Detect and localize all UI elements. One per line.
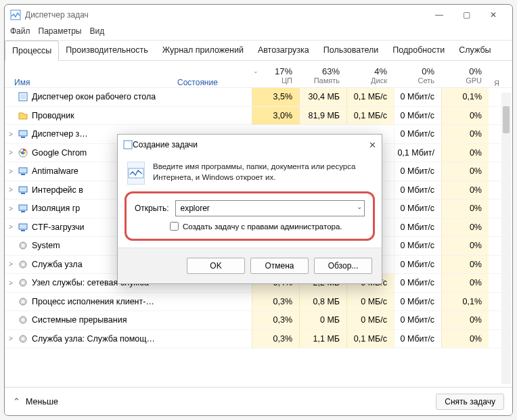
- svg-point-16: [22, 244, 24, 247]
- svg-point-24: [22, 319, 24, 321]
- dialog-titlebar: Создание задачи ✕: [118, 135, 382, 155]
- process-name: Проводник: [17, 111, 177, 120]
- dialog-close-button[interactable]: ✕: [369, 140, 376, 150]
- mem-cell: 30,4 МБ: [299, 88, 346, 106]
- tab-apphistory[interactable]: Журнал приложений: [156, 41, 251, 60]
- menubar: Файл Параметры Вид: [5, 25, 512, 40]
- process-name: Служба узла: Служба помощ…: [17, 334, 177, 344]
- gpu-cell: 0%: [441, 311, 489, 329]
- process-icon: [17, 92, 29, 101]
- expand-icon[interactable]: >: [5, 149, 17, 156]
- process-icon: [17, 334, 29, 344]
- col-memory[interactable]: 63%Память: [299, 65, 346, 87]
- gpu-cell: 0%: [441, 330, 489, 348]
- disk-cell: 0 МБ/с: [346, 293, 394, 311]
- chevron-down-icon[interactable]: ⌄: [357, 203, 362, 210]
- open-input[interactable]: [175, 200, 365, 216]
- net-cell: 0 Мбит/с: [394, 218, 441, 237]
- svg-rect-11: [19, 205, 27, 210]
- columns-header: Имя Состояние ⌄17%ЦП 63%Память 4%Диск 0%…: [5, 61, 512, 88]
- table-row[interactable]: >Служба узла: Служба помощ…0,3%1,1 МБ0,1…: [5, 330, 512, 349]
- tab-services[interactable]: Службы: [452, 41, 498, 60]
- menu-view[interactable]: Вид: [89, 26, 104, 36]
- expand-icon[interactable]: >: [5, 168, 17, 175]
- net-cell: 0,1 Мбит/с: [394, 144, 441, 162]
- expand-icon[interactable]: >: [5, 260, 17, 268]
- net-cell: 0 Мбит/с: [394, 125, 441, 143]
- disk-cell: 0 МБ/с: [346, 311, 394, 329]
- task-manager-window: Диспетчер задач ― ▢ ✕ Файл Параметры Вид…: [4, 4, 513, 416]
- gpu-cell: 0,1%: [441, 88, 489, 106]
- ok-button[interactable]: OK: [187, 258, 245, 274]
- svg-rect-8: [21, 174, 25, 175]
- expand-icon[interactable]: >: [5, 223, 17, 231]
- cpu-cell: 3,5%: [252, 88, 299, 106]
- chevron-up-icon[interactable]: ⌃: [13, 396, 20, 406]
- net-cell: 0 Мбит/с: [394, 200, 441, 218]
- process-icon: [17, 241, 29, 250]
- table-row[interactable]: Диспетчер окон рабочего стола3,5%30,4 МБ…: [5, 88, 512, 107]
- scrollbar[interactable]: [501, 93, 511, 384]
- net-cell: 0 Мбит/с: [394, 237, 441, 255]
- tab-performance[interactable]: Производительность: [59, 41, 155, 60]
- col-gpu[interactable]: 0%GPU: [441, 65, 489, 87]
- table-row[interactable]: Процесс исполнения клиент-…0,3%0,8 МБ0 М…: [5, 293, 512, 312]
- net-cell: 0 Мбит/с: [394, 256, 441, 274]
- table-row[interactable]: Системные прерывания0,3%0 МБ0 МБ/с0 Мбит…: [5, 311, 512, 330]
- maximize-button[interactable]: ▢: [453, 5, 480, 24]
- tab-details[interactable]: Подробности: [386, 41, 452, 60]
- expand-icon[interactable]: >: [5, 279, 17, 287]
- tab-users[interactable]: Пользователи: [317, 41, 386, 60]
- gpu-cell: 0%: [441, 274, 489, 292]
- cancel-button[interactable]: Отмена: [250, 258, 309, 274]
- end-task-button[interactable]: Снять задачу: [436, 394, 504, 410]
- gpu-cell: 0%: [441, 107, 489, 125]
- run-icon: [127, 162, 145, 185]
- admin-checkbox[interactable]: [170, 222, 179, 231]
- net-cell: 0 Мбит/с: [394, 107, 441, 125]
- browse-button[interactable]: Обзор...: [314, 258, 372, 274]
- net-cell: 0 Мбит/с: [394, 274, 441, 292]
- dialog-description: Введите имя программы, папки, документа …: [153, 162, 372, 185]
- gpu-cell: 0,1%: [441, 293, 489, 311]
- create-task-dialog: Создание задачи ✕ Введите имя программы,…: [117, 134, 382, 284]
- highlight-box: Открыть: ⌄ Создать задачу с правами адми…: [125, 191, 375, 241]
- open-combobox[interactable]: ⌄: [175, 200, 365, 216]
- tab-processes[interactable]: Процессы: [5, 41, 59, 61]
- mem-cell: 1,1 МБ: [299, 330, 346, 348]
- mem-cell: 0 МБ: [299, 311, 346, 329]
- gpu-cell: 0%: [441, 218, 489, 237]
- menu-options[interactable]: Параметры: [39, 26, 82, 36]
- tab-startup[interactable]: Автозагрузка: [251, 41, 317, 60]
- svg-rect-4: [21, 137, 25, 138]
- col-state[interactable]: Состояние: [177, 78, 252, 87]
- disk-cell: 0,1 МБ/с: [346, 88, 394, 106]
- gpu-cell: 0%: [441, 181, 489, 200]
- process-icon: [17, 204, 29, 213]
- process-icon: [17, 223, 29, 232]
- expand-icon[interactable]: >: [5, 131, 17, 138]
- open-label: Открыть:: [135, 204, 168, 213]
- process-icon: [17, 166, 29, 176]
- col-name[interactable]: Имя: [5, 78, 177, 87]
- col-network[interactable]: 0%Сеть: [394, 65, 441, 87]
- close-button[interactable]: ✕: [480, 5, 507, 24]
- net-cell: 0 Мбит/с: [394, 311, 441, 329]
- gpu-cell: 0%: [441, 144, 489, 162]
- col-cpu[interactable]: ⌄17%ЦП: [252, 65, 299, 87]
- net-cell: 0 Мбит/с: [394, 88, 441, 106]
- disk-cell: 0,1 МБ/с: [346, 107, 394, 125]
- expand-icon[interactable]: >: [5, 186, 17, 193]
- scrollbar-thumb[interactable]: [503, 106, 510, 133]
- menu-file[interactable]: Файл: [10, 26, 30, 36]
- svg-rect-14: [21, 230, 25, 231]
- process-icon: [17, 297, 29, 306]
- fewer-details-link[interactable]: Меньше: [26, 397, 58, 406]
- expand-icon[interactable]: >: [5, 335, 17, 342]
- process-icon: [17, 129, 29, 139]
- minimize-button[interactable]: ―: [426, 5, 453, 24]
- expand-icon[interactable]: >: [5, 205, 17, 212]
- col-disk[interactable]: 4%Диск: [346, 65, 394, 87]
- table-row[interactable]: Проводник3,0%81,9 МБ0,1 МБ/с0 Мбит/с0%: [5, 107, 512, 126]
- col-extra[interactable]: Я: [489, 79, 501, 87]
